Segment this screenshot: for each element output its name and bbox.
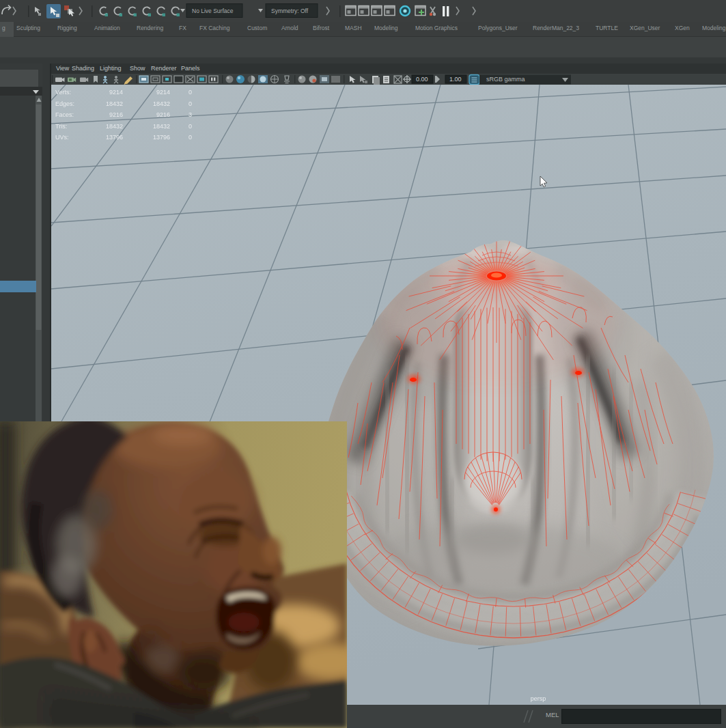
- svg-text:9216: 9216: [156, 111, 170, 118]
- svg-text:Symmetry: Off: Symmetry: Off: [271, 8, 309, 14]
- svg-text:18432: 18432: [153, 100, 170, 107]
- svg-text:18432: 18432: [106, 100, 123, 107]
- svg-text:Edges:: Edges:: [55, 100, 74, 107]
- svg-text:3: 3: [189, 111, 192, 118]
- svg-text:9216: 9216: [109, 111, 123, 118]
- svg-text:Verts:: Verts:: [55, 89, 71, 96]
- svg-text:persp: persp: [531, 695, 546, 702]
- svg-text:18432: 18432: [153, 123, 170, 130]
- svg-text:0: 0: [189, 89, 192, 96]
- svg-text:No Live Surface: No Live Surface: [192, 8, 234, 14]
- svg-text:0: 0: [189, 123, 192, 130]
- svg-text:18432: 18432: [106, 123, 123, 130]
- svg-text:13796: 13796: [153, 134, 170, 141]
- svg-text:9214: 9214: [156, 89, 170, 96]
- svg-text:9214: 9214: [109, 89, 123, 96]
- svg-text:UVs:: UVs:: [55, 134, 69, 141]
- svg-text:0: 0: [189, 100, 192, 107]
- svg-text:0: 0: [189, 134, 192, 141]
- svg-text:Faces:: Faces:: [55, 111, 74, 118]
- svg-text:13796: 13796: [106, 134, 123, 141]
- svg-text:Tris:: Tris:: [55, 123, 67, 130]
